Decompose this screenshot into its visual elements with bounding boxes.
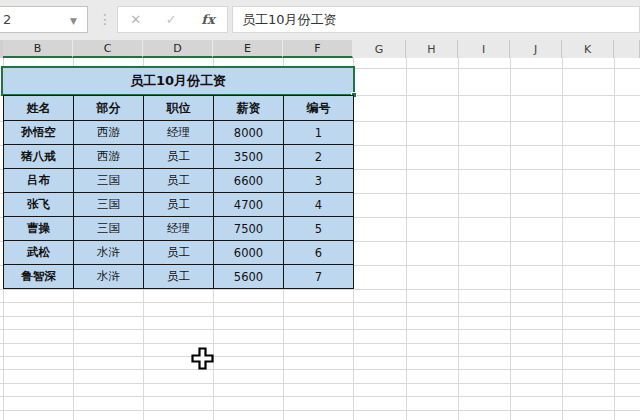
column-header-j[interactable]: J — [510, 40, 562, 58]
gridline — [0, 356, 640, 357]
cell-salary[interactable]: 3500 — [214, 145, 284, 169]
name-box-dropdown-icon[interactable]: ▼ — [70, 16, 77, 26]
cell-id[interactable]: 2 — [284, 145, 354, 169]
header-cell[interactable]: 编号 — [284, 96, 354, 121]
gridline — [0, 316, 640, 317]
table-row: 张飞 三国 员工 4700 4 — [4, 193, 354, 217]
column-header-i[interactable]: I — [458, 40, 510, 58]
header-cell[interactable]: 部分 — [74, 96, 144, 121]
cell-dept[interactable]: 西游 — [74, 121, 144, 145]
cell-salary[interactable]: 4700 — [214, 193, 284, 217]
gridline — [510, 58, 511, 420]
gridline — [0, 383, 640, 384]
cell-dept[interactable]: 西游 — [74, 145, 144, 169]
table-header-row: 姓名 部分 职位 薪资 编号 — [4, 96, 354, 121]
cell-salary[interactable]: 6000 — [214, 241, 284, 265]
formula-buttons: ✕ ✓ fx — [117, 6, 228, 33]
cell-dept[interactable]: 水浒 — [74, 265, 144, 289]
selected-merged-title-cell[interactable]: 员工10月份工资 — [1, 66, 355, 96]
gridline — [614, 58, 615, 420]
cell-id[interactable]: 6 — [284, 241, 354, 265]
column-header-g[interactable]: G — [353, 40, 406, 58]
formula-text: 员工10月份工资 — [242, 11, 337, 29]
cell-title[interactable]: 经理 — [144, 217, 214, 241]
header-cell[interactable]: 职位 — [144, 96, 214, 121]
cell-salary[interactable]: 5600 — [214, 265, 284, 289]
table-row: 吕布 三国 员工 6600 3 — [4, 169, 354, 193]
cell-plus-cursor-icon — [191, 347, 214, 370]
table-row: 孙悟空 西游 经理 8000 1 — [4, 121, 354, 145]
divider-dots-icon: ⋮ — [98, 9, 112, 29]
column-header-e[interactable]: E — [213, 40, 283, 58]
column-header-d[interactable]: D — [143, 40, 213, 58]
cell-name[interactable]: 孙悟空 — [4, 121, 74, 145]
cell-title[interactable]: 员工 — [144, 169, 214, 193]
cell-title[interactable]: 员工 — [144, 241, 214, 265]
cell-title[interactable]: 员工 — [144, 265, 214, 289]
formula-input[interactable]: 员工10月份工资 — [232, 6, 640, 33]
cell-title[interactable]: 员工 — [144, 193, 214, 217]
column-header-b[interactable]: B — [3, 40, 73, 58]
table-row: 鲁智深 水浒 员工 5600 7 — [4, 265, 354, 289]
cell-title[interactable]: 经理 — [144, 121, 214, 145]
gridline — [562, 58, 563, 420]
gridline — [0, 410, 640, 411]
cell-name[interactable]: 曹操 — [4, 217, 74, 241]
table-row: 曹操 三国 经理 7500 5 — [4, 217, 354, 241]
cell-dept[interactable]: 水浒 — [74, 241, 144, 265]
insert-function-icon[interactable]: fx — [201, 12, 214, 27]
cell-id[interactable]: 7 — [284, 265, 354, 289]
gridline — [458, 58, 459, 420]
gridline — [0, 396, 640, 397]
cell-title[interactable]: 员工 — [144, 145, 214, 169]
cell-dept[interactable]: 三国 — [74, 193, 144, 217]
cell-id[interactable]: 3 — [284, 169, 354, 193]
column-header-row: B C D E F G H I J K — [0, 40, 640, 58]
cell-dept[interactable]: 三国 — [74, 217, 144, 241]
gridline — [0, 343, 640, 344]
salary-table: 姓名 部分 职位 薪资 编号 孙悟空 西游 经理 8000 1 猪八戒 西游 员… — [3, 95, 354, 289]
column-header-c[interactable]: C — [73, 40, 143, 58]
formula-bar-area: 2 ▼ ⋮ ✕ ✓ fx 员工10月份工资 — [0, 0, 640, 40]
header-cell[interactable]: 姓名 — [4, 96, 74, 121]
cell-name[interactable]: 吕布 — [4, 169, 74, 193]
spreadsheet-window: 2 ▼ ⋮ ✕ ✓ fx 员工10月份工资 B C D E F G H I J … — [0, 0, 640, 420]
gridline — [406, 58, 407, 420]
table-title: 员工10月份工资 — [130, 72, 226, 90]
table-row: 武松 水浒 员工 6000 6 — [4, 241, 354, 265]
cell-dept[interactable]: 三国 — [74, 169, 144, 193]
gridline — [0, 329, 640, 330]
header-cell[interactable]: 薪资 — [214, 96, 284, 121]
column-header-partial[interactable] — [614, 40, 640, 58]
gridline — [0, 289, 640, 290]
column-header-h[interactable]: H — [406, 40, 458, 58]
cell-id[interactable]: 4 — [284, 193, 354, 217]
cell-name[interactable]: 猪八戒 — [4, 145, 74, 169]
gridline — [0, 302, 640, 303]
column-header-f[interactable]: F — [283, 40, 353, 58]
cell-id[interactable]: 5 — [284, 217, 354, 241]
cancel-icon[interactable]: ✕ — [130, 12, 141, 27]
cell-salary[interactable]: 8000 — [214, 121, 284, 145]
name-box[interactable]: 2 ▼ — [0, 6, 88, 33]
enter-icon[interactable]: ✓ — [166, 12, 177, 27]
gridline — [0, 369, 640, 370]
column-header-k[interactable]: K — [562, 40, 614, 58]
name-box-value: 2 — [3, 12, 11, 27]
cell-name[interactable]: 武松 — [4, 241, 74, 265]
cell-id[interactable]: 1 — [284, 121, 354, 145]
cell-name[interactable]: 鲁智深 — [4, 265, 74, 289]
cell-name[interactable]: 张飞 — [4, 193, 74, 217]
cell-salary[interactable]: 6600 — [214, 169, 284, 193]
table-row: 猪八戒 西游 员工 3500 2 — [4, 145, 354, 169]
cell-salary[interactable]: 7500 — [214, 217, 284, 241]
